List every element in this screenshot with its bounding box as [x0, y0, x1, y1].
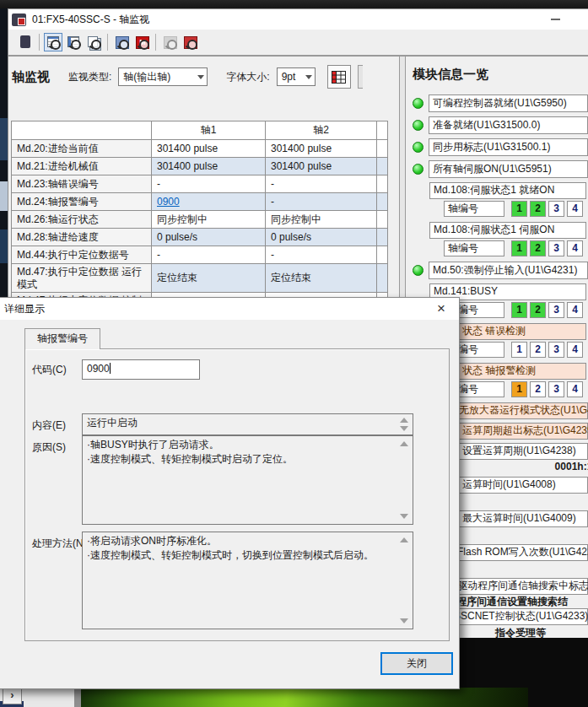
axis-1-status-box: 1 — [511, 381, 527, 397]
monitor-type-select[interactable]: 轴(输出轴) — [118, 67, 208, 86]
monitor-copy-icon[interactable] — [84, 33, 103, 51]
module-info-item: 可编程控制器就绪(U1\G5950) — [411, 94, 588, 112]
scroll-down-icon[interactable] — [400, 514, 408, 519]
row-label: Md.21:进给机械值 — [12, 158, 152, 175]
axis-4-status-box: 4 — [567, 201, 583, 217]
axis-3-status-box: 3 — [548, 302, 564, 318]
axis-4-status-box: 4 — [567, 240, 583, 256]
cause-field[interactable]: ·轴BUSY时执行了启动请求。·速度控制模式、转矩控制模式时启动了定位。 — [82, 435, 413, 525]
table-row: Md.47:执行中定位数据 运行模式定位结束定位结束 — [12, 264, 388, 293]
toolbar-separator — [39, 34, 40, 51]
monitor-table-icon[interactable] — [64, 33, 83, 51]
table-corner-cell — [12, 121, 152, 140]
row-label: Md.20:进给当前值 — [12, 140, 152, 158]
monitor-toolbar: M — [8, 30, 588, 57]
font-size-label: 字体大小: — [226, 70, 269, 84]
axis-number-label: 轴编号 — [444, 201, 504, 217]
scroll-up-icon[interactable] — [400, 418, 408, 423]
axis-3-status-box: 3 — [548, 342, 564, 358]
axis-2-status-box: 2 — [530, 342, 546, 358]
table-row: Md.44:执行中定位数据号-- — [12, 246, 388, 264]
table-row: Md.21:进给机械值301400 pulse301400 pulse — [12, 158, 388, 175]
panel-title: 模块信息一览 — [413, 67, 588, 83]
axis2-value: 301400 pulse — [266, 158, 377, 175]
content-value: 运行中启动 — [87, 417, 138, 429]
table-grid-icon — [332, 71, 346, 84]
clipped-cell — [377, 140, 388, 158]
scroll-up-icon[interactable] — [400, 441, 408, 446]
column-header-轴1: 轴1 — [152, 121, 266, 140]
cause-text: ·轴BUSY时执行了启动请求。·速度控制模式、转矩控制模式时启动了定位。 — [87, 438, 408, 467]
camera-icon — [160, 33, 179, 51]
font-size-select[interactable]: 9pt — [277, 67, 316, 86]
axis-2-status-box: 2 — [530, 381, 546, 397]
clipped-cell — [377, 246, 388, 264]
row-label: Md.24:轴报警编号 — [12, 193, 152, 211]
axis-number-row: 轴编号1234 — [444, 302, 588, 318]
axis-1-status-box: 1 — [511, 342, 527, 358]
tab-axis-warning-number[interactable]: 轴报警编号 — [24, 328, 100, 349]
desktop-wallpaper — [81, 688, 528, 707]
axis1-value: 同步控制中 — [152, 211, 266, 229]
content-field[interactable]: 运行中启动 — [82, 413, 413, 435]
axis1-value: - — [152, 175, 266, 193]
axis2-value: - — [266, 193, 377, 211]
close-button[interactable]: 关闭 — [380, 652, 453, 675]
axis1-value: 301400 pulse — [152, 158, 266, 175]
warning-number-link[interactable]: 0900 — [157, 196, 180, 208]
remedy-field[interactable]: ·将启动请求ON时序标准化。·速度控制模式、转矩控制模式时，切换到位置控制模式后… — [82, 532, 413, 629]
module-monitor-icon[interactable] — [112, 33, 131, 51]
axis-2-status-box: 2 — [530, 302, 546, 318]
column-header-轴2: 轴2 — [266, 121, 377, 140]
scroll-down-icon[interactable] — [400, 426, 408, 431]
signal-value: 0001h:1.77 — [488, 460, 588, 473]
status-led-icon — [413, 142, 423, 153]
close-icon[interactable]: × — [423, 298, 459, 320]
module-info-item: 同步用标志(U1\G31500.1) — [411, 138, 588, 156]
status-led-icon — [413, 265, 423, 276]
axis-3-status-box: 3 — [548, 201, 564, 217]
signal-label: 所有轴伺服ON(U1\G5951) — [429, 160, 588, 178]
clipped-cell — [377, 175, 388, 193]
minimize-button[interactable] — [542, 11, 568, 28]
module-diagnostic-icon[interactable] — [181, 33, 199, 51]
axis-number-row: 轴编号1234 — [444, 201, 588, 217]
axis1-value: - — [152, 246, 266, 264]
code-label: 代码(C) — [32, 363, 67, 377]
axis1-value: 0900 — [152, 193, 266, 211]
signal-label: Md.108:伺服状态1 就绪ON — [429, 182, 586, 199]
waveform-trace-icon[interactable]: M — [132, 33, 151, 51]
clipped-toolbar-button[interactable] — [358, 65, 363, 89]
code-value: 0900 — [87, 363, 110, 375]
clipped-cell — [377, 264, 388, 293]
axis-number-label: 轴编号 — [444, 240, 504, 256]
table-row: Md.24:轴报警编号0900- — [12, 193, 388, 211]
axis-3-status-box: 3 — [548, 240, 564, 256]
module-info-item: Md.108:伺服状态1 伺服ON轴编号1234 — [411, 222, 588, 256]
axis-number-row: 轴编号1234 — [444, 381, 588, 397]
window-titlebar: 01:FX5-40SSC-S - 轴监视 — [8, 9, 588, 30]
detail-dialog: 详细显示 × 轴报警编号 代码(C) 0900 内容(E) 运行中启动 原因(S… — [0, 297, 460, 689]
axis-4-status-box: 4 — [567, 342, 583, 358]
signal-label: Md.108:伺服状态1 伺服ON — [429, 222, 586, 239]
axis-2-status-box: 2 — [530, 240, 546, 256]
row-label: Md.28:轴进给速度 — [12, 229, 152, 246]
signal-value — [488, 561, 588, 575]
clipped-column — [377, 121, 388, 140]
signal-value — [488, 527, 588, 541]
background-window-fragment — [0, 181, 8, 211]
table-display-button[interactable] — [327, 65, 351, 89]
axis2-value: 定位结束 — [266, 264, 377, 293]
scroll-down-icon[interactable] — [400, 618, 408, 623]
scroll-up-icon[interactable] — [400, 537, 408, 542]
window-title: 01:FX5-40SSC-S - 轴监视 — [32, 13, 542, 27]
signal-label: 可编程控制器就绪(U1\G5950) — [429, 94, 588, 112]
row-label: Md.47:执行中定位数据 运行模式 — [12, 264, 152, 293]
code-input[interactable]: 0900 — [82, 359, 200, 380]
scroll-right-button[interactable]: › — [3, 688, 22, 704]
app-icon — [12, 13, 26, 26]
monitor-list-icon[interactable] — [44, 33, 62, 51]
axis2-value: - — [266, 175, 377, 193]
axis-monitor-icon[interactable] — [16, 33, 35, 51]
axis-monitor-table: 轴1轴2 Md.20:进给当前值301400 pulse301400 pulse… — [11, 121, 388, 321]
